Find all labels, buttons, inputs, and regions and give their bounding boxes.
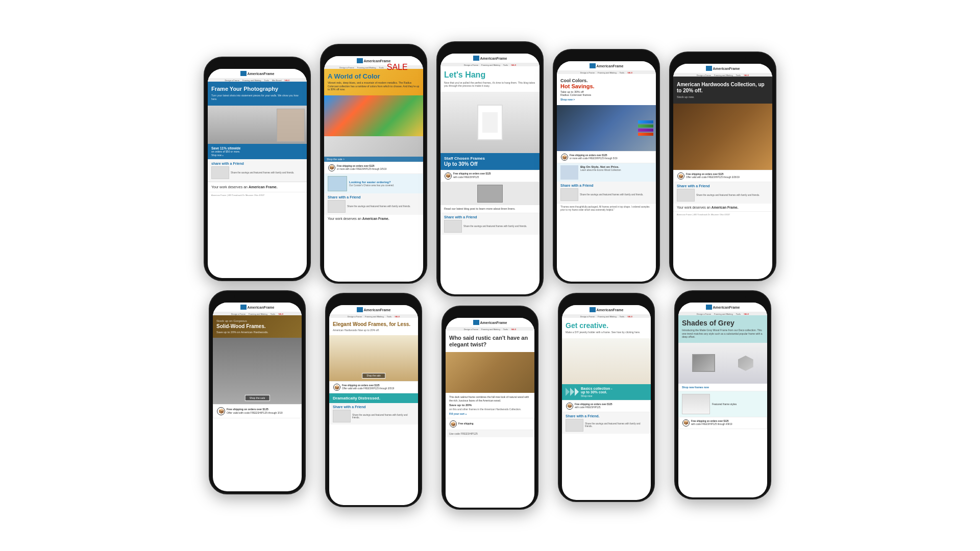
share-section: share with a Friend Share the savings an… — [208, 159, 307, 182]
basics-section: Basics collection - up to 30% cool. Shop… — [562, 384, 651, 400]
phone-2-top[interactable]: AmericanFrame Design a Frame Framing and… — [320, 44, 427, 284]
share-image — [211, 166, 229, 179]
hero-solid-wood: Stock up on Gorgeous Solid-Wood Frames. … — [213, 315, 302, 338]
curators-choice: Looking for easier ordering? Our Curator… — [324, 174, 423, 193]
tagline-section: Your work deserves an American Frame. — [208, 182, 307, 192]
phone-1-top[interactable]: AmericanFrame Design a Frame Framing and… — [204, 57, 311, 281]
econo-section: Big On Style. Not on Price. Learn about … — [557, 163, 656, 182]
hero-color: A World of Color Vibrant reds, deep blue… — [324, 69, 423, 95]
laptop-image — [440, 182, 540, 205]
rustic-hero: Who said rustic can't have an elegant tw… — [446, 331, 534, 352]
share-4b: Share with a Friend. Share the savings a… — [562, 412, 651, 434]
grey-image — [678, 343, 767, 384]
share-content: Share the savings and featured frames wi… — [211, 166, 303, 179]
world-color-title: A World of Color — [328, 73, 420, 80]
share-title: share with a Friend — [211, 162, 303, 165]
hardwoods-hero: American Hardwoods Collection, up to 20%… — [673, 77, 772, 104]
grey-frame-showcase: Featured frame styles — [678, 391, 767, 417]
shipping-bar-2: 📦 Free shipping on orders over $125Offer… — [213, 404, 302, 418]
room-image: Shop the sale > — [324, 136, 423, 162]
shipping-icon: 📦 — [217, 407, 225, 415]
colorful-image — [324, 95, 423, 136]
hero-image — [208, 106, 307, 144]
footer: American Frame | 400 Tomahawk Dr. Maumee… — [208, 192, 307, 198]
brand-logo: AmericanFrame — [240, 71, 275, 76]
column-1: AmericanFrame Design a Frame Framing and… — [204, 57, 311, 494]
shop-new: Shop new frames now — [678, 384, 767, 391]
phone-5-top[interactable]: AmericanFrame Design a Frame Framing and… — [669, 52, 776, 281]
share-2b: Share with a Friend Share the savings an… — [329, 403, 418, 424]
share-5: Share with a Friend Share the savings an… — [673, 182, 772, 204]
savings-text: Save 11% sitewide — [211, 146, 303, 150]
blog-section: Read our latest blog post to learn more … — [440, 205, 540, 213]
savings-detail: on orders of $50 or more. — [211, 150, 303, 153]
email-header: AmericanFrame — [208, 69, 307, 79]
column-2: AmericanFrame Design a Frame Framing and… — [320, 44, 427, 507]
lets-hang-hero: Let's Hang Now that you've pulled the pe… — [440, 66, 540, 92]
phone-3-bottom[interactable]: AmericanFrame Design a Frame Framing and… — [442, 306, 538, 510]
hero-section: Frame Your Photography Turn your latest … — [208, 82, 307, 106]
tagline: Your work deserves an American Frame. — [211, 185, 303, 189]
review-section: "Frames were thoughtfully packaged. All … — [557, 203, 656, 214]
share-4: Share with a Friend Share the savings an… — [557, 182, 656, 203]
creative-hero: Get creative. Make a DIY jewelry holder … — [562, 318, 651, 338]
phone-5-bottom[interactable]: AmericanFrame Design a Frame Framing and… — [674, 290, 771, 499]
wood-room-image: Shop the sale — [213, 338, 302, 404]
column-5: AmericanFrame Design a Frame Framing and… — [669, 52, 776, 499]
rustic-image — [446, 352, 534, 393]
share-text: Share the savings and featured frames wi… — [231, 171, 295, 174]
share-2: Share with a Friend Share the savings an… — [324, 193, 423, 215]
savings-section: Save 11% sitewide on orders of $50 or mo… — [208, 144, 307, 159]
solid-wood-title: Solid-Wood Frames. — [216, 323, 298, 330]
staff-chosen: Staff Chosen Frames Up to 30% Off — [440, 153, 540, 170]
phone-1-bottom[interactable]: AmericanFrame Design a Frame Framing and… — [209, 290, 306, 494]
hang-image — [440, 92, 540, 153]
hero-title: Frame Your Photography — [211, 86, 303, 92]
column-4: AmericanFrame Design a Frame Framing and… — [553, 49, 660, 502]
distressed-section: Dramatically Distressed. — [329, 393, 418, 403]
shipping-text: Free shipping on orders over $125Offer v… — [227, 408, 282, 415]
rustic-text: This dark walnut frame combines the full… — [446, 393, 534, 418]
elegant-wood-hero: Elegant Wood Frames, for Less. American … — [329, 318, 418, 335]
phone-gallery: AmericanFrame Design a Frame Framing and… — [193, 31, 787, 520]
wood-image-main — [673, 104, 772, 170]
share-3: Share with a Friend Share the savings an… — [440, 213, 540, 235]
photo-frame — [277, 109, 305, 142]
column-3: AmericanFrame Design a Frame Framing and… — [436, 41, 544, 510]
room-image-2: Shop the sale — [329, 335, 418, 381]
phone-4-top[interactable]: AmericanFrame Design a Frame Framing and… — [553, 49, 660, 284]
grey-hero: Shades of Grey Introducing the Matte Gre… — [678, 315, 767, 343]
phone-4-bottom[interactable]: AmericanFrame Design a Frame Framing and… — [558, 293, 655, 502]
colorcast-image — [557, 105, 656, 151]
email-header-2: AmericanFrame — [213, 303, 302, 312]
footer-5: American Frame | 400 Tomahawk Dr. Maumee… — [673, 211, 772, 217]
hero-subtitle: Turn your latest shots into statement pi… — [211, 94, 303, 101]
jewelry-image — [562, 338, 651, 384]
phone-3-top[interactable]: AmericanFrame Design a Frame Framing and… — [436, 41, 544, 296]
use-code: Use code FREESHIP125 — [446, 430, 534, 437]
phone-2-bottom[interactable]: AmericanFrame Design a Frame Framing and… — [325, 293, 422, 507]
cool-colors-hero: Cool Colors. Hot Savings. Take up to 30%… — [557, 74, 656, 105]
